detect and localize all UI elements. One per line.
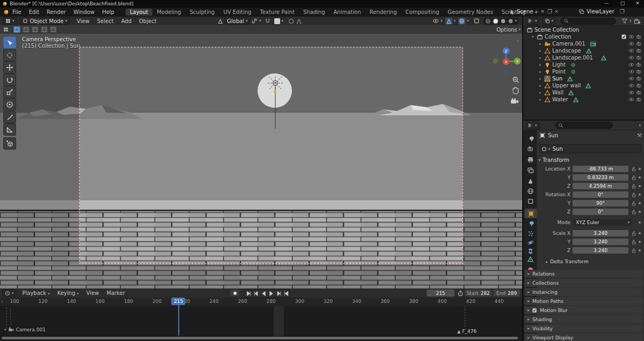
outliner-row-water[interactable]: ▸Water — [523, 96, 644, 103]
outliner-row-camera-001[interactable]: ▸Camera.001 — [523, 40, 644, 47]
disclosure-icon[interactable]: ▾ — [532, 35, 537, 39]
navigation-gizmo[interactable]: Z Y X — [487, 36, 521, 133]
eye-icon[interactable] — [628, 34, 634, 40]
section-collections[interactable]: ▸Collections:::: — [524, 279, 643, 287]
menu-file[interactable]: File — [9, 9, 25, 15]
transform-field-4[interactable]: 90° — [573, 200, 628, 206]
tool-transform[interactable] — [3, 98, 16, 110]
auto-key-button[interactable] — [230, 290, 239, 296]
scene-selector[interactable]: Scene ⚒ ❐ ✕ — [509, 9, 559, 14]
animate-dot[interactable] — [639, 185, 641, 187]
workspace-tab-compositing[interactable]: Compositing — [401, 9, 444, 16]
editor-type-button[interactable]: ▾ — [3, 17, 17, 25]
transform-field-1[interactable]: 0.83233 m — [573, 174, 628, 181]
lock-icon[interactable] — [631, 209, 636, 215]
menu-render[interactable]: Render — [43, 9, 70, 15]
lock-icon[interactable] — [631, 239, 636, 245]
outliner-row-collection[interactable]: ▾Collection — [523, 33, 644, 40]
outliner-row-upper-wall[interactable]: ▸Upper wall — [523, 82, 644, 89]
playhead-line[interactable] — [178, 303, 179, 336]
eye-icon[interactable] — [628, 41, 634, 47]
eye-icon[interactable] — [628, 48, 634, 54]
outliner-row-point[interactable]: ▸Point — [523, 68, 644, 75]
disable-render-icon[interactable] — [636, 90, 642, 95]
disable-render-icon[interactable] — [636, 34, 642, 40]
animate-dot[interactable] — [639, 211, 641, 213]
tool-add-cube[interactable] — [3, 137, 16, 150]
timeline-channel[interactable]: ▾ Camera.001 — [4, 327, 46, 332]
disclosure-icon[interactable]: ▸ — [539, 42, 544, 46]
timeline-menu-marker[interactable]: Marker — [103, 290, 129, 296]
timeline-menu-playback[interactable]: Playback▾ — [19, 290, 54, 296]
lock-icon[interactable] — [631, 248, 636, 254]
transform-field-2[interactable]: 4.2594 m — [573, 183, 628, 189]
viewlayer-selector[interactable]: ViewLayer ❐ — [579, 9, 625, 14]
next-keyframe-button[interactable] — [275, 291, 282, 297]
animate-dot[interactable] — [639, 249, 641, 251]
transform-field-8[interactable]: 3.240 — [573, 239, 628, 245]
tool-rotate[interactable] — [3, 73, 16, 86]
workspace-tab-shading[interactable]: Shading — [299, 9, 330, 16]
workspace-tab-texture-paint[interactable]: Texture Paint — [255, 9, 299, 16]
animate-dot[interactable] — [639, 221, 641, 224]
minimize-button[interactable]: — — [600, 1, 613, 6]
prev-keyframe-button[interactable] — [252, 291, 260, 297]
playhead-frame-badge[interactable]: 215 — [171, 298, 185, 305]
workspace-tab-modeling[interactable]: Modeling — [152, 9, 186, 16]
eye-icon[interactable] — [628, 83, 634, 88]
outliner-row-light[interactable]: ▸Light — [523, 61, 644, 68]
disclosure-icon[interactable]: ▸ — [539, 70, 544, 74]
current-frame-field[interactable]: 215 — [427, 290, 455, 296]
delta-transform-panel[interactable]: ▸ Delta Transform — [546, 259, 589, 264]
frame-end-field[interactable]: End289 — [493, 290, 520, 296]
outliner-search-input[interactable] — [560, 18, 616, 25]
falloff-curve-icon[interactable]: ⋀ — [297, 18, 301, 24]
lock-icon[interactable] — [631, 166, 636, 172]
xray-toggle-icon[interactable] — [473, 18, 480, 24]
properties-tab-render[interactable] — [524, 144, 536, 153]
section-viewport-display[interactable]: ▸Viewport Display:::: — [524, 333, 643, 341]
play-reverse-button[interactable] — [260, 291, 267, 297]
timeline-menu-keying[interactable]: Keying▾ — [54, 290, 83, 296]
pin-icon[interactable]: ⚒ — [541, 10, 544, 14]
sidebar-toggle-icon[interactable]: ‹ — [517, 38, 519, 43]
shading-material-icon[interactable] — [500, 18, 506, 24]
viewport-menu-object[interactable]: Object — [135, 18, 160, 24]
tool-measure[interactable] — [3, 123, 16, 136]
animate-dot[interactable] — [639, 176, 641, 179]
shading-rendered-icon[interactable] — [508, 18, 514, 24]
channel-expand-icon[interactable]: ▾ — [4, 328, 6, 332]
section-visibility[interactable]: ▸Visibility:::: — [524, 324, 643, 332]
stopwatch-icon[interactable] — [457, 290, 464, 296]
snap-target-icon[interactable] — [251, 18, 258, 24]
proportional-falloff-icon[interactable] — [274, 18, 280, 24]
play-button[interactable] — [267, 291, 275, 297]
disable-render-icon[interactable] — [636, 62, 642, 68]
workspace-tab-uv-editing[interactable]: UV Editing — [219, 9, 255, 16]
transform-field-9[interactable]: 3.240 — [573, 247, 628, 254]
select-mode-new[interactable] — [13, 26, 21, 33]
disclosure-icon[interactable]: ▸ — [539, 49, 544, 53]
pin-id-icon[interactable]: ⚒ — [637, 132, 642, 138]
region-toggle-icon[interactable]: › — [1, 299, 3, 304]
timeline-tracks[interactable]: ▲F_476 — [0, 306, 522, 336]
outliner-display-mode[interactable]: ▾ — [542, 17, 557, 25]
outliner-filter-button[interactable]: ▾ — [621, 18, 632, 24]
select-mode-intersect[interactable] — [49, 26, 57, 33]
outliner-row-sun[interactable]: ▸Sun — [523, 75, 644, 82]
lock-icon[interactable] — [631, 175, 636, 181]
properties-editor-type-button[interactable]: ▾ — [525, 122, 540, 129]
workspace-tab-rendering[interactable]: Rendering — [365, 9, 401, 16]
overlays-toggle-icon[interactable] — [458, 18, 465, 25]
transform-panel-header[interactable]: ▾ Transform — [538, 157, 569, 163]
workspace-tab-layout[interactable]: Layout — [126, 9, 152, 16]
eye-icon[interactable] — [628, 90, 634, 95]
menu-help[interactable]: Help — [98, 9, 118, 15]
object-name-field[interactable]: ▾ Sun — [539, 144, 641, 153]
panel-grip[interactable]: :::: — [635, 157, 642, 161]
show-object-types-icon[interactable] — [433, 18, 439, 24]
transform-field-7[interactable]: 3.240 — [573, 230, 628, 236]
disclosure-icon[interactable]: ▸ — [539, 84, 544, 88]
animate-dot[interactable] — [639, 194, 641, 196]
new-collection-button[interactable] — [634, 18, 641, 25]
